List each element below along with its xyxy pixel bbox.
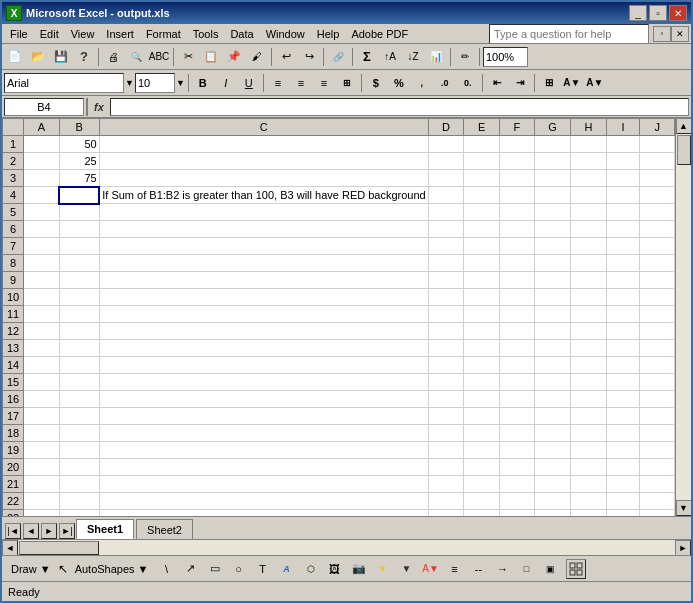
cell-E21[interactable] [464,476,499,493]
cell-B9[interactable] [59,272,99,289]
tab-last-button[interactable]: ►| [59,523,75,539]
col-header-h[interactable]: H [571,119,607,136]
cell-B17[interactable] [59,408,99,425]
cell-B5[interactable] [59,204,99,221]
cell-G2[interactable] [534,153,570,170]
cell-J15[interactable] [640,374,675,391]
cell-B7[interactable] [59,238,99,255]
cell-F14[interactable] [499,357,534,374]
cell-G3[interactable] [534,170,570,187]
cell-D13[interactable] [428,340,464,357]
col-header-f[interactable]: F [499,119,534,136]
cell-A7[interactable] [24,238,59,255]
menu-view[interactable]: View [65,26,101,42]
row-header-19[interactable]: 19 [3,442,24,459]
col-header-j[interactable]: J [640,119,675,136]
cell-J5[interactable] [640,204,675,221]
cell-D18[interactable] [428,425,464,442]
cell-H6[interactable] [571,221,607,238]
cell-D1[interactable] [428,136,464,153]
cell-J20[interactable] [640,459,675,476]
cell-D10[interactable] [428,289,464,306]
cell-G12[interactable] [534,323,570,340]
cell-F13[interactable] [499,340,534,357]
cell-F8[interactable] [499,255,534,272]
cell-C6[interactable] [99,221,428,238]
cell-I23[interactable] [606,510,640,517]
arrow-style-button[interactable]: → [492,558,514,580]
align-left-button[interactable]: ≡ [267,72,289,94]
h-scroll-track[interactable] [18,540,675,556]
cell-C20[interactable] [99,459,428,476]
open-button[interactable]: 📂 [27,46,49,68]
menu-insert[interactable]: Insert [100,26,140,42]
cell-B1[interactable]: 50 [59,136,99,153]
border-button[interactable]: ⊞ [538,72,560,94]
row-header-17[interactable]: 17 [3,408,24,425]
sheet-tab-sheet2[interactable]: Sheet2 [136,519,193,539]
cell-C13[interactable] [99,340,428,357]
cell-E9[interactable] [464,272,499,289]
cell-G13[interactable] [534,340,570,357]
cell-H7[interactable] [571,238,607,255]
cell-H17[interactable] [571,408,607,425]
cell-F20[interactable] [499,459,534,476]
row-header-6[interactable]: 6 [3,221,24,238]
menu-data[interactable]: Data [224,26,259,42]
cell-J7[interactable] [640,238,675,255]
vertical-scrollbar[interactable]: ▲ ▼ [675,118,691,516]
cell-F4[interactable] [499,187,534,204]
cell-H8[interactable] [571,255,607,272]
clipart-button[interactable]: 🖼 [324,558,346,580]
cell-C7[interactable] [99,238,428,255]
cell-B10[interactable] [59,289,99,306]
cell-D19[interactable] [428,442,464,459]
cell-H2[interactable] [571,153,607,170]
copy-button[interactable]: 📋 [200,46,222,68]
cell-D15[interactable] [428,374,464,391]
cell-I9[interactable] [606,272,640,289]
cell-D16[interactable] [428,391,464,408]
row-header-7[interactable]: 7 [3,238,24,255]
shadow-button[interactable]: □ [516,558,538,580]
cell-C15[interactable] [99,374,428,391]
cell-G20[interactable] [534,459,570,476]
grid-toggle-button[interactable] [566,559,586,579]
cell-E16[interactable] [464,391,499,408]
cell-F10[interactable] [499,289,534,306]
cell-A4[interactable] [24,187,59,204]
cell-F1[interactable] [499,136,534,153]
row-header-14[interactable]: 14 [3,357,24,374]
scroll-right-button[interactable]: ► [675,540,691,556]
cell-A12[interactable] [24,323,59,340]
italic-button[interactable]: I [215,72,237,94]
row-header-18[interactable]: 18 [3,425,24,442]
cell-J14[interactable] [640,357,675,374]
cell-A23[interactable] [24,510,59,517]
cell-B15[interactable] [59,374,99,391]
cell-B4[interactable] [59,187,99,204]
cell-H1[interactable] [571,136,607,153]
cell-E1[interactable] [464,136,499,153]
row-header-10[interactable]: 10 [3,289,24,306]
cell-D4[interactable] [428,187,464,204]
cell-F15[interactable] [499,374,534,391]
cell-J23[interactable] [640,510,675,517]
cell-H21[interactable] [571,476,607,493]
cell-D2[interactable] [428,153,464,170]
cell-D23[interactable] [428,510,464,517]
cell-H11[interactable] [571,306,607,323]
cell-G1[interactable] [534,136,570,153]
tab-prev-button[interactable]: ◄ [23,523,39,539]
cell-D7[interactable] [428,238,464,255]
cell-J3[interactable] [640,170,675,187]
cell-B20[interactable] [59,459,99,476]
cut-button[interactable]: ✂ [177,46,199,68]
cell-E14[interactable] [464,357,499,374]
cell-reference-box[interactable] [4,98,84,116]
cell-H3[interactable] [571,170,607,187]
cell-B23[interactable] [59,510,99,517]
cell-A13[interactable] [24,340,59,357]
scroll-track[interactable] [676,134,692,500]
row-header-3[interactable]: 3 [3,170,24,187]
